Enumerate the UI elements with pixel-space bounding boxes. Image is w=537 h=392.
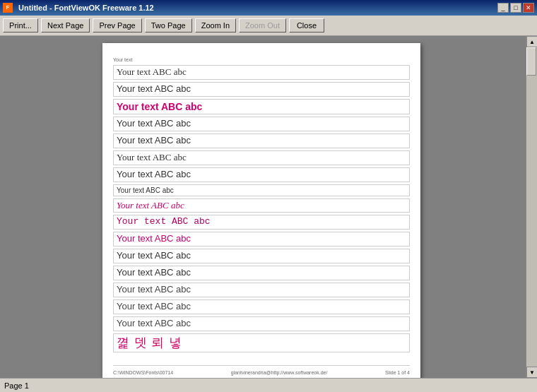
font-section-13: Your text ABC abc [113, 266, 410, 281]
font-row-text-7: Your text ABC abc [117, 169, 191, 179]
font-row-text-14: Your text ABC abc [117, 284, 191, 295]
font-section-8: Your text ABC abc [113, 184, 410, 197]
font-row-text-1: Your text ABC abc [117, 66, 187, 77]
font-section-1: Your text ABC abc [113, 65, 410, 81]
font-section-7: Your text ABC abc [113, 167, 410, 183]
prev-page-button[interactable]: Prev Page [93, 18, 141, 32]
font-row-14: Your text ABC abc [113, 283, 410, 297]
font-section-4: Your text ABC abc [113, 117, 410, 132]
page-footer: C:\WINDOWS\Fonts\00714 glantvinerandria@… [113, 365, 410, 375]
footer-left: C:\WINDOWS\Fonts\00714 [113, 370, 173, 375]
font-row-6: Your text ABC abc [113, 150, 410, 165]
font-row-text-17: 꼁 뎃 뢰 녛 [117, 335, 182, 350]
font-row-8: Your text ABC abc [113, 184, 410, 196]
font-section-14: Your text ABC abc [113, 283, 410, 298]
font-row-text-3: Your text ABC abc [117, 101, 202, 112]
font-section-11: Your text ABC abc [113, 232, 410, 247]
font-section-16: Your text ABC abc [113, 316, 410, 332]
font-row-text-4: Your text ABC abc [117, 118, 191, 129]
font-row-4: Your text ABC abc [113, 117, 410, 131]
close-window-button[interactable]: ✕ [523, 3, 534, 13]
font-row-text-2: Your text ABC abc [117, 83, 191, 94]
font-row-15: Your text ABC abc [113, 299, 410, 314]
font-section-10: Your text ABC abc [113, 215, 410, 230]
scroll-down-button[interactable]: ▼ [526, 367, 537, 378]
zoom-in-button[interactable]: Zoom In [195, 18, 236, 32]
scroll-thumb[interactable] [526, 47, 536, 76]
footer-right: Slide 1 of 4 [385, 370, 410, 375]
font-row-2: Your text ABC abc [113, 82, 410, 97]
font-row-text-6: Your text ABC abc [117, 152, 187, 162]
maximize-button[interactable]: □ [510, 3, 521, 13]
toolbar: Print... Next Page Prev Page Two Page Zo… [0, 16, 537, 36]
print-button[interactable]: Print... [3, 18, 38, 32]
font-row-13: Your text ABC abc [113, 266, 410, 280]
font-section-5: Your text ABC abc [113, 133, 410, 149]
font-section-6: Your text ABC abc [113, 150, 410, 166]
font-row-text-11: Your text ABC abc [117, 233, 191, 244]
font-row-7: Your text ABC abc [113, 167, 410, 182]
font-row-text-9: Your text ABC abc [117, 200, 184, 210]
status-text: Page 1 [4, 381, 29, 390]
page-header-label: Your text [113, 57, 410, 62]
scrollbar[interactable]: ▲ ▼ [526, 36, 537, 378]
font-section-2: Your text ABC abc [113, 82, 410, 97]
font-section-9: Your text ABC abc [113, 198, 410, 214]
font-section-3: Your text ABC abc [113, 99, 410, 115]
two-page-button[interactable]: Two Page [145, 18, 192, 32]
font-row-17: 꼁 뎃 뢰 녛 [113, 333, 410, 352]
font-row-1: Your text ABC abc [113, 65, 410, 80]
close-button[interactable]: Close [289, 18, 324, 32]
app-icon: F [3, 3, 13, 13]
main-area: Your text Your text ABC abc Your text AB… [0, 36, 537, 378]
title-bar-controls: _ □ ✕ [497, 3, 534, 13]
font-row-3: Your text ABC abc [113, 99, 410, 114]
font-row-text-15: Your text ABC abc [117, 301, 191, 311]
font-row-text-12: Your text ABC abc [117, 250, 191, 261]
font-row-text-8: Your text ABC abc [117, 186, 174, 194]
window-title: Untitled - FontViewOK Freeware 1.12 [18, 4, 154, 12]
font-row-12: Your text ABC abc [113, 249, 410, 263]
font-row-text-10: Your text ABC abc [117, 216, 211, 227]
font-row-16: Your text ABC abc [113, 316, 410, 331]
scroll-up-button[interactable]: ▲ [526, 36, 537, 47]
title-bar: F Untitled - FontViewOK Freeware 1.12 _ … [0, 0, 537, 16]
title-bar-left: F Untitled - FontViewOK Freeware 1.12 [3, 3, 154, 13]
status-bar: Page 1 [0, 378, 537, 392]
next-page-button[interactable]: Next Page [41, 18, 90, 32]
font-section-17: 꼁 뎃 뢰 녛 [113, 333, 410, 353]
footer-center: glantvinerandria@http://www.softwareok.d… [231, 370, 328, 375]
font-row-5: Your text ABC abc [113, 133, 410, 148]
font-row-9: Your text ABC abc [113, 198, 410, 213]
font-section-12: Your text ABC abc [113, 249, 410, 264]
font-row-text-5: Your text ABC abc [117, 135, 191, 145]
font-row-text-16: Your text ABC abc [117, 318, 191, 328]
scroll-track[interactable] [526, 47, 537, 367]
zoom-out-button[interactable]: Zoom Out [239, 18, 286, 32]
font-row-10: Your text ABC abc [113, 215, 410, 230]
page-document: Your text Your text ABC abc Your text AB… [102, 43, 420, 378]
font-row-11: Your text ABC abc [113, 232, 410, 247]
minimize-button[interactable]: _ [497, 3, 509, 13]
font-row-text-13: Your text ABC abc [117, 267, 191, 278]
font-section-15: Your text ABC abc [113, 299, 410, 315]
